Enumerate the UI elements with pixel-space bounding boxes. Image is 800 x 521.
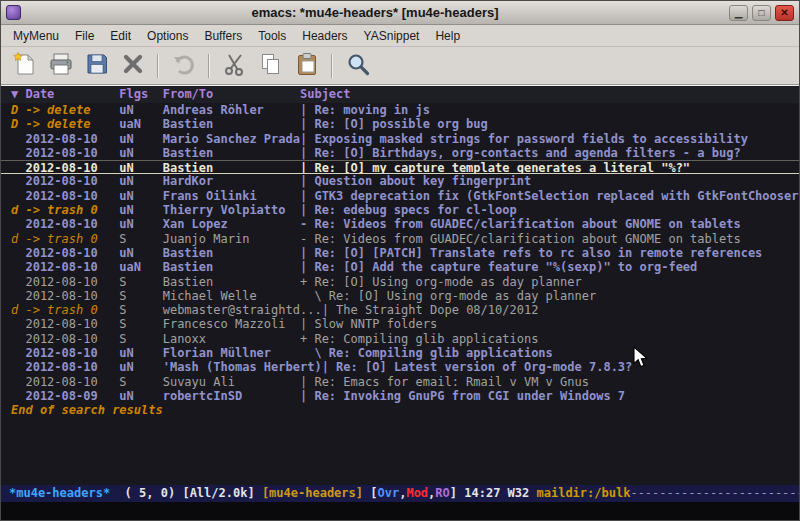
mode-line[interactable]: *mu4e-headers* ( 5, 0) [All/2.0k] [mu4e-… <box>1 485 799 502</box>
menu-edit[interactable]: Edit <box>102 26 139 46</box>
message-row[interactable]: 2012-08-10SLanoxx+ Re: Compiling glib ap… <box>1 332 799 346</box>
column-from[interactable]: From/To <box>163 86 300 103</box>
message-date: 2012-08-09 <box>25 389 119 403</box>
message-from: Suvayu Ali <box>163 375 300 389</box>
column-flags[interactable]: Flgs <box>119 86 162 103</box>
message-mark <box>11 389 25 403</box>
modeline-segment-ovr: Ovr <box>377 486 399 500</box>
print-button[interactable] <box>45 51 76 81</box>
message-from: Xan Lopez <box>163 217 300 231</box>
message-mark: d <box>11 203 25 217</box>
scissors-icon <box>222 51 248 81</box>
message-row[interactable]: 2012-08-10uNBastien| Re: [O] Birthdays, … <box>1 146 799 160</box>
modeline-segment-plain: ( 5, 0) [All/2.0k] <box>110 486 262 500</box>
message-flags: S <box>119 303 162 317</box>
menu-headers[interactable]: Headers <box>294 26 355 46</box>
message-date: 2012-08-10 <box>25 246 119 260</box>
copy-icon <box>258 51 284 81</box>
message-row[interactable]: 2012-08-10uNXan Lopez- Re: Videos from G… <box>1 217 799 231</box>
message-date: 2012-08-10 <box>25 132 119 146</box>
message-subject: | Re: [O] my capture template generates … <box>300 161 690 174</box>
message-from: Juanjo Marin <box>163 232 300 246</box>
undo-button[interactable] <box>168 51 199 81</box>
close-button[interactable]: ✕ <box>775 5 794 21</box>
message-row[interactable]: d -> trash 0Swebmaster@straightd...| The… <box>1 303 799 317</box>
message-mark <box>11 260 25 274</box>
message-row[interactable]: 2012-08-10uNMario Sanchez Prada| Exposin… <box>1 132 799 146</box>
message-from: Bastien <box>163 260 300 274</box>
message-row[interactable]: d -> trash 0uNThierry Volpiatto| Re: ede… <box>1 203 799 217</box>
menu-help[interactable]: Help <box>427 26 468 46</box>
message-row[interactable]: 2012-08-10SBastien+ Re: [O] Using org-mo… <box>1 275 799 289</box>
message-mark <box>11 375 25 389</box>
new-file-icon <box>12 51 38 81</box>
menu-yasnippet[interactable]: YASnippet <box>356 26 428 46</box>
message-flags: uN <box>119 103 162 117</box>
message-row[interactable]: 2012-08-10uNBastien| Re: [O] [PATCH] Tra… <box>1 246 799 260</box>
toolbar-separator <box>157 54 159 78</box>
message-date: -> trash 0 <box>25 203 119 217</box>
message-row[interactable]: 2012-08-10SMichael Welle \ Re: [O] Using… <box>1 289 799 303</box>
message-row[interactable]: 2012-08-10uNFrans Oilinki| GTK3 deprecat… <box>1 189 799 203</box>
menu-mymenu[interactable]: MyMenu <box>5 26 67 46</box>
message-row[interactable]: 2012-08-10uaNBastien| Re: [O] Add the ca… <box>1 260 799 274</box>
menu-tools[interactable]: Tools <box>250 26 294 46</box>
message-subject: | Exposing masked strings for password f… <box>300 132 748 146</box>
message-row[interactable]: 2012-08-10uNHardKor| Question about key … <box>1 174 799 188</box>
message-date: 2012-08-10 <box>25 260 119 274</box>
message-from: Lanoxx <box>163 332 300 346</box>
menu-options[interactable]: Options <box>139 26 196 46</box>
message-date: 2012-08-10 <box>25 217 119 231</box>
message-subject: - Re: Videos from GUADEC/clarification a… <box>300 217 741 231</box>
message-date: -> trash 0 <box>25 303 119 317</box>
headers-header-line[interactable]: ▼ DateFlgsFrom/ToSubject <box>1 86 799 103</box>
toolbar-separator <box>331 54 333 78</box>
end-of-results-text: End of search results <box>1 403 799 418</box>
message-subject: | Question about key fingerprint <box>300 174 531 188</box>
message-flags: uN <box>119 174 162 188</box>
message-mark <box>11 289 25 303</box>
menu-file[interactable]: File <box>67 26 102 46</box>
column-date[interactable]: ▼ Date <box>11 86 119 103</box>
close-x-icon <box>120 51 146 81</box>
message-row[interactable]: d -> trash 0SJuanjo Marin- Re: Videos fr… <box>1 232 799 246</box>
minimize-button[interactable]: ▁ <box>729 5 748 21</box>
kill-buffer-button[interactable] <box>117 51 148 81</box>
copy-button[interactable] <box>255 51 286 81</box>
maximize-button[interactable]: □ <box>752 5 771 21</box>
message-from: Florian Müllner <box>163 346 300 360</box>
paste-button[interactable] <box>291 51 322 81</box>
message-from: Francesco Mazzoli <box>163 317 300 331</box>
message-subject: | Re: [O] Add the capture feature "%(sex… <box>300 260 697 274</box>
message-date: -> trash 0 <box>25 232 119 246</box>
message-date: 2012-08-10 <box>25 375 119 389</box>
message-row[interactable]: D -> deleteuNAndreas Röhler| Re: moving … <box>1 103 799 117</box>
search-button[interactable] <box>342 51 373 81</box>
titlebar[interactable]: emacs: *mu4e-headers* [mu4e-headers] ▁ □… <box>1 1 799 25</box>
message-from: webmaster@straightd... <box>163 303 322 317</box>
modeline-segment-plain: 14:27 W32 <box>464 486 536 500</box>
message-flags: uN <box>119 346 162 360</box>
undo-icon <box>171 51 197 81</box>
message-row[interactable]: 2012-08-10uN'Mash (Thomas Herbert)| Re: … <box>1 360 799 374</box>
message-mark <box>11 332 25 346</box>
message-row[interactable]: 2012-08-10SFrancesco Mazzoli| Slow NNTP … <box>1 317 799 331</box>
message-subject: + Re: [O] Using org-mode as day planner <box>300 275 582 289</box>
message-row[interactable]: 2012-08-10uNBastien| Re: [O] my capture … <box>1 160 799 174</box>
message-subject: | Re: Invoking GnuPG from CGI under Wind… <box>300 389 625 403</box>
new-file-button[interactable] <box>9 51 40 81</box>
echo-area[interactable] <box>1 502 799 520</box>
message-row[interactable]: D -> deleteuaNBastien| Re: [O] possible … <box>1 117 799 131</box>
message-date: 2012-08-10 <box>25 289 119 303</box>
save-button[interactable] <box>81 51 112 81</box>
message-flags: uN <box>119 161 162 174</box>
cut-button[interactable] <box>219 51 250 81</box>
menu-buffers[interactable]: Buffers <box>196 26 250 46</box>
message-flags: S <box>119 317 162 331</box>
message-row[interactable]: 2012-08-10uNFlorian Müllner \ Re: Compil… <box>1 346 799 360</box>
column-subject[interactable]: Subject <box>300 87 351 101</box>
message-from: Bastien <box>163 275 300 289</box>
message-row[interactable]: 2012-08-09uNrobertcInSD| Re: Invoking Gn… <box>1 389 799 403</box>
message-row[interactable]: 2012-08-10SSuvayu Ali| Re: Emacs for ema… <box>1 375 799 389</box>
message-from: 'Mash (Thomas Herbert) <box>163 360 322 374</box>
